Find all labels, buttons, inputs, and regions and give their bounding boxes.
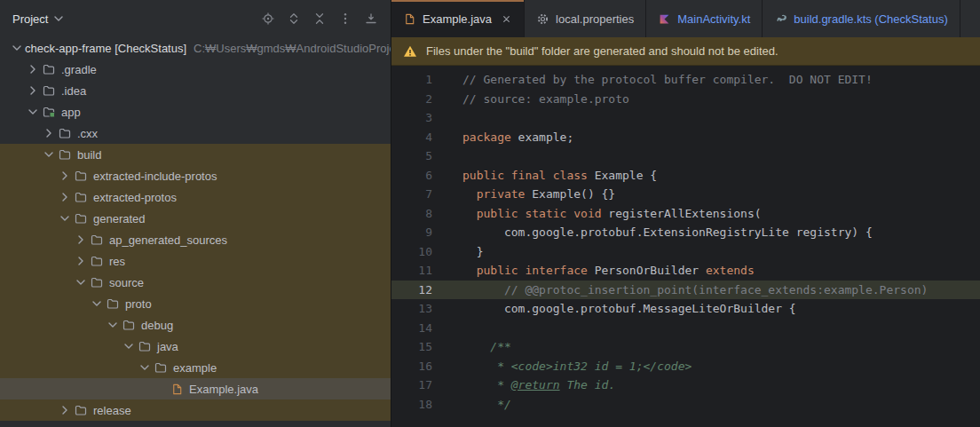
chevron-down-icon[interactable]: [137, 360, 153, 375]
tree-row-example[interactable]: example: [0, 357, 391, 378]
line-number[interactable]: 11: [391, 261, 462, 281]
chevron-down-icon[interactable]: [41, 147, 57, 162]
line-number[interactable]: 6: [391, 166, 462, 186]
line-number[interactable]: 1: [391, 70, 462, 90]
code-line[interactable]: 3: [391, 108, 980, 128]
folder-icon: [73, 403, 89, 417]
tree-row-build[interactable]: build: [0, 144, 391, 165]
code-line[interactable]: 14: [391, 319, 980, 338]
tab-example-java[interactable]: Example.java: [391, 0, 525, 37]
tab-local-properties[interactable]: local.properties: [525, 0, 646, 37]
tab-bar-empty-space: [960, 0, 980, 37]
line-number[interactable]: 17: [391, 376, 462, 395]
chevron-down-icon[interactable]: [105, 318, 121, 332]
tree-row-java[interactable]: java: [0, 336, 391, 357]
line-number[interactable]: 15: [391, 337, 462, 357]
line-number[interactable]: 13: [391, 299, 462, 319]
line-number[interactable]: 3: [391, 108, 462, 128]
tab-build-gradle-kts-checkstatus[interactable]: build.gradle.kts (CheckStatus): [763, 0, 960, 37]
tab-mainactivity-kt[interactable]: MainActivity.kt: [646, 0, 763, 37]
chevron-right-icon[interactable]: [25, 83, 41, 98]
line-number[interactable]: 4: [391, 128, 462, 147]
line-number[interactable]: 7: [391, 185, 462, 204]
gradle-icon: [774, 12, 787, 26]
tree-row-ap-generated-sources[interactable]: ap_generated_sources: [0, 229, 391, 250]
code-line[interactable]: 8 public static void registerAllExtensio…: [391, 204, 980, 224]
code-line[interactable]: 4package example;: [391, 128, 980, 147]
tree-row-debug[interactable]: debug: [0, 314, 391, 336]
generated-files-banner: Files under the "build" folder are gener…: [391, 37, 980, 66]
chevron-down-icon[interactable]: [73, 275, 89, 289]
tree-row-example-java[interactable]: Example.java: [0, 378, 391, 399]
more-options-icon[interactable]: [338, 12, 352, 26]
chevron-right-icon[interactable]: [41, 126, 57, 140]
code-line[interactable]: 10 }: [391, 242, 980, 262]
tree-row-extracted-protos[interactable]: extracted-protos: [0, 186, 391, 208]
folder-icon: [73, 169, 89, 183]
code-area[interactable]: 1// Generated by the protocol buffer com…: [391, 66, 980, 427]
tree-row-idea[interactable]: .idea: [0, 80, 391, 101]
code-line[interactable]: 18 */: [391, 395, 980, 415]
code-text: public static void registerAllExtensions…: [462, 204, 980, 224]
chevron-right-icon[interactable]: [73, 233, 89, 247]
kotlin-icon: [658, 12, 671, 26]
chevron-down-icon[interactable]: [89, 297, 105, 311]
chevron-down-icon[interactable]: [9, 41, 25, 55]
code-line[interactable]: 2// source: example.proto: [391, 90, 980, 109]
line-number[interactable]: 8: [391, 204, 462, 224]
chevron-right-icon[interactable]: [57, 169, 73, 183]
chevron-down-icon[interactable]: [57, 211, 73, 225]
code-line[interactable]: 17 * @return The id.: [391, 376, 980, 395]
tree-row-release[interactable]: release: [0, 399, 391, 421]
tree-row-app[interactable]: app: [0, 101, 391, 123]
tree-item-label: Example.java: [189, 383, 258, 396]
project-view-selector[interactable]: Project: [12, 12, 48, 26]
chevron-right-icon[interactable]: [73, 254, 89, 268]
tab-label: build.gradle.kts (CheckStatus): [794, 12, 947, 26]
code-line[interactable]: 9 com.google.protobuf.ExtensionRegistryL…: [391, 223, 980, 242]
line-number[interactable]: 18: [391, 395, 462, 415]
code-text: [462, 319, 980, 338]
code-line[interactable]: 1// Generated by the protocol buffer com…: [391, 70, 980, 90]
code-line[interactable]: 5: [391, 146, 980, 166]
code-line[interactable]: 7 private Example() {}: [391, 185, 980, 204]
code-line[interactable]: 11 public interface PersonOrBuilder exte…: [391, 261, 980, 281]
chevron-right-icon[interactable]: [25, 62, 41, 76]
folder-icon: [137, 339, 153, 353]
tree-row-gradle[interactable]: .gradle: [0, 59, 391, 80]
collapse-all-icon[interactable]: [312, 12, 327, 26]
expand-all-icon[interactable]: [287, 12, 301, 26]
tree-row-extracted-include-protos[interactable]: extracted-include-protos: [0, 165, 391, 186]
tree-row-proto[interactable]: proto: [0, 293, 391, 314]
tree-row-source[interactable]: source: [0, 272, 391, 293]
chevron-down-icon[interactable]: [25, 105, 41, 119]
line-number[interactable]: 2: [391, 90, 462, 109]
chevron-right-icon[interactable]: [57, 190, 73, 204]
tree-row-cxx[interactable]: .cxx: [0, 123, 391, 144]
line-number[interactable]: 16: [391, 357, 462, 376]
project-toolbar: [261, 12, 378, 26]
tree-item-label: release: [93, 404, 131, 417]
line-number[interactable]: 5: [391, 146, 462, 166]
code-line[interactable]: 16 * <code>int32 id = 1;</code>: [391, 357, 980, 376]
hide-panel-icon[interactable]: [364, 12, 378, 26]
chevron-right-icon[interactable]: [57, 403, 73, 417]
chevron-down-icon[interactable]: [51, 12, 66, 26]
line-number[interactable]: 12: [391, 281, 462, 300]
close-icon[interactable]: [500, 12, 512, 25]
chevron-down-icon[interactable]: [121, 339, 137, 353]
code-line[interactable]: 12 // @@protoc_insertion_point(interface…: [391, 281, 980, 300]
code-line[interactable]: 13 com.google.protobuf.MessageLiteOrBuil…: [391, 299, 980, 319]
tree-row-check-app-frame-checkstatus[interactable]: check-app-frame [CheckStatus]C:₩Users₩gm…: [0, 37, 391, 59]
tree-row-res[interactable]: res: [0, 250, 391, 272]
code-text: com.google.protobuf.ExtensionRegistryLit…: [462, 223, 980, 242]
line-number[interactable]: 10: [391, 242, 462, 262]
code-line[interactable]: 6public final class Example {: [391, 166, 980, 186]
code-text: * @return The id.: [462, 376, 980, 395]
tree-row-generated[interactable]: generated: [0, 208, 391, 229]
banner-text: Files under the "build" folder are gener…: [426, 44, 778, 58]
line-number[interactable]: 14: [391, 319, 462, 338]
locate-file-icon[interactable]: [261, 12, 275, 26]
line-number[interactable]: 9: [391, 223, 462, 242]
code-line[interactable]: 15 /**: [391, 337, 980, 357]
